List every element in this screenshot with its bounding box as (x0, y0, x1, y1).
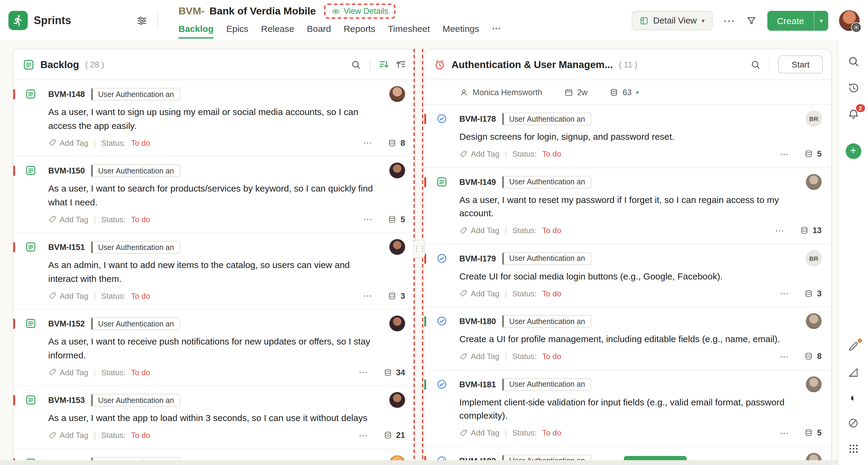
tab-meetings[interactable]: Meetings (442, 24, 479, 38)
compass-icon[interactable] (847, 418, 859, 429)
item-points[interactable]: 8 (804, 352, 822, 361)
item-epic-tag[interactable]: User Authentication an (91, 318, 180, 330)
edit-icon[interactable] (847, 341, 859, 352)
history-icon[interactable] (847, 82, 859, 94)
sort-icon[interactable] (396, 59, 406, 70)
item-points[interactable]: 34 (383, 368, 405, 377)
item-more-button[interactable]: ⋯ (780, 148, 789, 159)
work-item[interactable]: BVM-I178 User Authentication an Design s… (424, 105, 831, 168)
add-tag-button[interactable]: Add Tag (48, 368, 88, 377)
item-epic-tag[interactable]: User Authentication an (91, 164, 180, 177)
status-value[interactable]: To do (131, 215, 150, 224)
user-avatar[interactable] (839, 10, 860, 31)
item-epic-tag[interactable]: User Authentication an (91, 241, 180, 254)
status-value[interactable]: To do (131, 368, 150, 377)
item-id[interactable]: BVM-I149 (459, 177, 496, 187)
add-tag-button[interactable]: Add Tag (459, 289, 499, 298)
panel-resize-handle[interactable]: ⋮⋮ (413, 240, 425, 258)
item-title[interactable]: Create a UI for profile management, incl… (459, 332, 822, 346)
item-id[interactable]: BVM-I153 (48, 396, 85, 405)
item-title[interactable]: As a user, I want to receive push notifi… (48, 335, 405, 362)
item-more-button[interactable]: ⋯ (363, 290, 373, 301)
item-points[interactable]: 8 (388, 138, 405, 147)
work-item[interactable]: BVM-I149 User Authentication an As a use… (424, 168, 831, 244)
assignee-avatar[interactable]: BR (806, 250, 822, 266)
tab-timesheet[interactable]: Timesheet (388, 24, 430, 38)
theme-toggle-icon[interactable]: ◐ (850, 393, 857, 403)
detail-view-button[interactable]: Detail View ▾ (631, 11, 712, 30)
filter-icon[interactable] (746, 15, 756, 26)
assignee-avatar[interactable] (806, 313, 822, 329)
assignee-avatar[interactable] (806, 376, 822, 392)
status-value[interactable]: To do (542, 150, 561, 158)
add-tag-button[interactable]: Add Tag (459, 150, 499, 158)
item-epic-tag[interactable]: User Authentication an (502, 113, 591, 125)
quick-add-button[interactable]: + (845, 143, 861, 159)
item-epic-tag[interactable]: User Authentication an (91, 394, 180, 406)
item-id[interactable]: BVM-I151 (48, 243, 85, 252)
backlog-search-icon[interactable] (351, 59, 361, 70)
item-points[interactable]: 21 (383, 431, 405, 440)
assignee-avatar[interactable] (390, 392, 405, 408)
item-points[interactable]: 5 (804, 150, 822, 158)
item-id[interactable]: BVM-I152 (48, 319, 85, 328)
work-item[interactable]: BVM-I150 User Authentication an As a use… (13, 157, 415, 233)
sprint-search-icon[interactable] (751, 59, 761, 70)
item-points[interactable]: 3 (388, 291, 405, 300)
tab-backlog[interactable]: Backlog (179, 24, 214, 38)
item-points[interactable]: 3 (804, 289, 822, 298)
gear-icon[interactable] (851, 22, 861, 33)
status-value[interactable]: To do (131, 138, 150, 147)
search-icon[interactable] (847, 56, 859, 67)
item-title[interactable]: Design screens for login, signup, and pa… (459, 130, 822, 144)
item-more-button[interactable]: ⋯ (363, 214, 373, 225)
work-item[interactable]: BVM-I181 User Authentication an Implemen… (424, 370, 831, 446)
work-item[interactable]: BVM-I152 User Authentication an As a use… (13, 309, 415, 386)
work-item[interactable]: BVM-I151 User Authentication an As an ad… (13, 233, 415, 309)
status-value[interactable]: To do (542, 226, 561, 235)
item-epic-tag[interactable]: User Authentication an (502, 315, 591, 328)
item-more-button[interactable]: ⋯ (363, 137, 373, 148)
status-value[interactable]: To do (542, 289, 561, 298)
assignee-avatar[interactable] (390, 163, 405, 178)
item-more-button[interactable]: ⋯ (775, 225, 785, 236)
item-title[interactable]: As an admin, I want to add new items to … (48, 258, 405, 286)
item-title[interactable]: As a user, I want to search for products… (48, 182, 405, 209)
add-tag-button[interactable]: Add Tag (459, 428, 499, 437)
start-sprint-button[interactable]: Start (778, 56, 823, 73)
assignee-avatar[interactable]: BR (806, 111, 822, 127)
add-tag-button[interactable]: Add Tag (48, 291, 88, 300)
item-points[interactable]: 5 (804, 428, 822, 437)
item-more-button[interactable]: ⋯ (359, 367, 368, 378)
sprints-logo-icon[interactable] (8, 11, 28, 30)
item-points[interactable]: 13 (800, 226, 822, 235)
assignee-avatar[interactable] (390, 315, 405, 331)
work-item[interactable]: BVM-I148 User Authentication an As a use… (13, 80, 415, 157)
status-value[interactable]: To do (131, 291, 150, 300)
add-tag-button[interactable]: Add Tag (48, 215, 88, 224)
item-title[interactable]: Create UI for social media login buttons… (459, 270, 822, 283)
item-title[interactable]: As a user, I want to reset my password i… (459, 193, 822, 220)
item-epic-tag[interactable]: User Authentication an (502, 175, 591, 188)
board-settings-icon[interactable] (136, 15, 148, 26)
item-epic-tag[interactable]: User Authentication an (502, 252, 591, 265)
view-details-button[interactable]: View Details (324, 4, 396, 19)
assignee-avatar[interactable] (390, 239, 405, 255)
add-tag-button[interactable]: Add Tag (48, 138, 88, 147)
tab-epics[interactable]: Epics (226, 24, 248, 38)
item-more-button[interactable]: ⋯ (780, 427, 789, 438)
item-id[interactable]: BVM-I180 (459, 317, 496, 326)
tab-reports[interactable]: Reports (344, 24, 375, 38)
header-more-button[interactable]: ⋯ (723, 13, 735, 27)
add-tag-button[interactable]: Add Tag (459, 226, 499, 235)
item-id[interactable]: BVM-I181 (459, 380, 496, 389)
ruler-icon[interactable] (847, 367, 859, 378)
item-points[interactable]: 5 (388, 215, 405, 224)
create-dropdown-button[interactable]: ▾ (814, 10, 828, 30)
item-more-button[interactable]: ⋯ (780, 288, 789, 299)
work-item[interactable]: BVM-I180 User Authentication an Create a… (424, 307, 831, 370)
assignee-avatar[interactable] (806, 174, 822, 190)
item-id[interactable]: BVM-I150 (48, 166, 85, 175)
add-tag-button[interactable]: Add Tag (48, 431, 88, 440)
notifications-bell-icon[interactable]: 2 (847, 108, 859, 121)
